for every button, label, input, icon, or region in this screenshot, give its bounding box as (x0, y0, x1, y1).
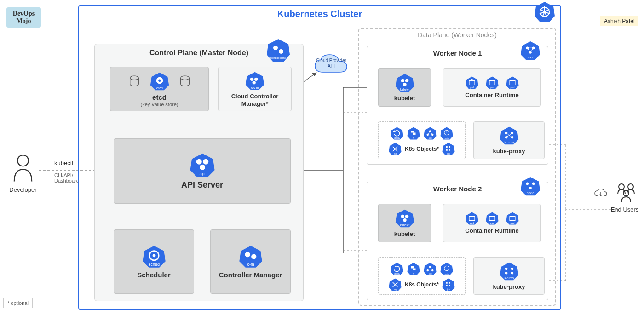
svg-point-37 (279, 49, 283, 54)
svg-text:job: job (447, 288, 450, 291)
svg-point-39 (130, 76, 138, 80)
container-runtime-title: Container Runtime (465, 227, 518, 235)
pod-icon: pod (485, 76, 499, 90)
developer-label: Developer (2, 186, 44, 193)
svg-point-113 (529, 187, 532, 189)
database-icon (129, 75, 139, 87)
svg-point-112 (532, 182, 535, 185)
svg-text:kubelet: kubelet (400, 223, 409, 227)
svg-point-52 (203, 159, 208, 165)
cloud-controller-manager-box: c-c-m Cloud Controller Manager* (218, 67, 292, 111)
svg-text:pod: pod (490, 222, 494, 224)
k8s-objects-box-1: deploy rs svc cronjob ing K8s Objects* j… (378, 121, 466, 159)
kubernetes-logo-icon (534, 1, 556, 25)
container-runtime-box-1: pod pod pod Container Runtime (443, 68, 541, 107)
pod-icon: pod (465, 212, 479, 225)
k8s-objects-box-2: deploy rs svc cronjob ing K8s Objects* j… (378, 257, 466, 295)
pod-icon: pod (485, 212, 499, 225)
svg-text:cronjob: cronjob (444, 137, 449, 139)
svg-point-116 (401, 215, 404, 218)
svg-rect-86 (413, 133, 416, 135)
svc-icon: svc (423, 262, 437, 276)
svg-point-149 (505, 268, 507, 270)
svg-text:c-c-m: c-c-m (251, 86, 259, 89)
kubelet-title: kubelet (394, 230, 415, 238)
etcd-icon: etcd (150, 71, 170, 92)
job-icon: job (442, 278, 455, 292)
k8s-objects-label: K8s Objects* (405, 146, 439, 152)
svg-rect-130 (413, 269, 416, 271)
svg-text:etcd: etcd (156, 86, 163, 90)
kube-proxy-icon: k-proxy (499, 126, 519, 146)
svg-point-151 (505, 272, 507, 275)
kube-proxy-icon: k-proxy (499, 261, 519, 281)
database-icon (180, 75, 190, 87)
api-icon: api (189, 152, 216, 178)
svg-point-60 (245, 252, 250, 257)
kubelet-title: kubelet (394, 95, 415, 102)
pod-icon: pod (506, 212, 519, 225)
data-plane-title: Data Plane (Worker Nodes) (359, 31, 555, 39)
cronjob-icon: cronjob (440, 126, 454, 140)
svg-point-21 (17, 155, 29, 166)
deploy-icon: deploy (390, 126, 404, 140)
cloud-download-icon (594, 189, 608, 200)
etcd-box: etcd etcd (key-value store) (110, 67, 209, 111)
svg-point-117 (405, 215, 408, 218)
svg-text:pod: pod (470, 86, 474, 89)
cluster-title: Kubernetes Cluster (79, 9, 560, 19)
etcd-title: etcd (152, 93, 167, 102)
ccm-icon: c-c-m (245, 71, 265, 91)
api-server-box: api API Server (114, 138, 291, 204)
controller-manager-icon: c-m (238, 244, 263, 269)
node-badge-icon: node (520, 40, 541, 63)
kube-proxy-box-1: k-proxy kube-proxy (473, 121, 545, 159)
svg-text:k-proxy: k-proxy (504, 276, 514, 280)
svg-point-150 (511, 268, 513, 270)
svg-point-111 (526, 182, 529, 185)
svg-point-53 (199, 165, 205, 170)
cli-api-label: CLI/API/ Dashboard (54, 172, 79, 183)
cronjob-icon: cronjob (440, 262, 454, 276)
svg-text:control plane: control plane (270, 57, 287, 59)
kubectl-label: kubectl (54, 160, 73, 166)
svg-text:pod: pod (510, 222, 514, 224)
cloud-api-label: Cloud Provider API (312, 58, 350, 69)
kubelet-icon: kubelet (395, 208, 415, 229)
control-plane-badge-icon: control plane (265, 38, 291, 65)
ing-icon: ing (388, 142, 402, 156)
svg-point-46 (250, 78, 253, 81)
svg-rect-143 (446, 282, 448, 284)
kube-proxy-title: kube-proxy (493, 148, 525, 155)
svg-point-118 (403, 218, 406, 222)
svg-rect-146 (448, 285, 450, 286)
end-users-label: End Users (606, 206, 643, 213)
developer-icon (9, 154, 37, 184)
svg-point-152 (511, 272, 513, 275)
svg-text:k-proxy: k-proxy (504, 141, 514, 144)
svg-text:ing: ing (394, 288, 397, 291)
svg-text:ing: ing (394, 153, 397, 155)
svg-text:deploy: deploy (394, 137, 400, 139)
cloud-api-shape: Cloud Provider API (312, 52, 350, 79)
rs-icon: rs (407, 262, 420, 276)
svg-point-135 (431, 269, 434, 272)
container-runtime-box-2: pod pod pod Container Runtime (443, 204, 541, 242)
controller-manager-box: c-m Controller Manager (210, 229, 291, 294)
svg-point-74 (403, 83, 406, 86)
end-users-icon (611, 182, 641, 205)
svg-text:pod: pod (490, 86, 494, 89)
svg-rect-129 (411, 266, 414, 269)
svg-text:pod: pod (470, 222, 474, 224)
svg-rect-101 (446, 149, 448, 151)
svg-point-36 (273, 46, 278, 50)
svg-point-51 (196, 159, 201, 165)
optional-note: * optional (3, 298, 33, 308)
svg-text:api: api (199, 171, 205, 176)
svg-point-73 (405, 79, 408, 82)
scheduler-box: sched Scheduler (114, 229, 194, 294)
svg-text:pod: pod (510, 86, 514, 89)
svc-icon: svc (423, 126, 437, 140)
svg-point-22 (619, 184, 624, 189)
svg-text:node: node (526, 191, 534, 195)
